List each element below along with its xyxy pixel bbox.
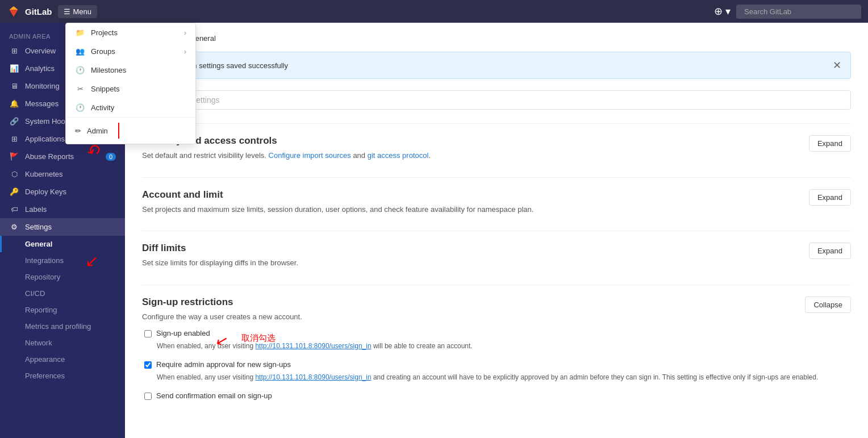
navbar: GitLab ☰ Menu ⊕ ▾ — [0, 0, 868, 23]
sidebar-sub-preferences[interactable]: Preferences — [0, 368, 125, 384]
dropdown-snippets-label: Snippets — [91, 85, 120, 93]
kubernetes-icon: ⬡ — [9, 170, 19, 178]
search-settings-container: 🔍 — [142, 90, 851, 110]
sidebar-settings-label: Settings — [25, 223, 52, 231]
sidebar-sub-integrations[interactable]: Integrations — [0, 252, 125, 269]
alert-message: Application settings saved successfully — [161, 61, 827, 70]
success-alert: ℹ Application settings saved successfull… — [142, 52, 851, 79]
dropdown-item-groups[interactable]: 👥 Groups › — [66, 42, 195, 61]
account-section-header: Account and limit Set projects and maxim… — [142, 189, 851, 215]
add-button[interactable]: ⊕ ▾ — [714, 5, 731, 18]
visibility-expand-button[interactable]: Expand — [809, 135, 851, 152]
visibility-section-desc: Set default and restrict visibility leve… — [142, 150, 431, 161]
diff-expand-button[interactable]: Expand — [809, 243, 851, 259]
system-hooks-icon: 🔗 — [9, 117, 19, 126]
search-input[interactable] — [736, 5, 861, 19]
signup-collapse-button[interactable]: Collapse — [805, 297, 851, 313]
red-line-indicator — [118, 123, 119, 139]
messages-icon: 🔔 — [9, 99, 19, 108]
menu-label: Menu — [73, 7, 92, 16]
analytics-icon: 📊 — [9, 64, 19, 73]
admin-area-label: Admin Area — [9, 33, 51, 40]
brand-name: GitLab — [25, 7, 52, 16]
signup-section: Sign-up restrictions Configure the way a… — [142, 285, 851, 421]
sidebar-item-settings[interactable]: ⚙ Settings — [0, 218, 125, 236]
dropdown-item-projects[interactable]: 📁 Projects › — [66, 23, 195, 42]
send-confirmation-group: Send confirmation email on sign-up — [142, 391, 851, 400]
red-text-annotation: 取消勾选 — [241, 333, 276, 344]
admin-icon: ✏ — [75, 127, 81, 135]
sidebar-sub-metrics[interactable]: Metrics and profiling — [0, 318, 125, 335]
visibility-section: Visibility and access controls Set defau… — [142, 123, 851, 177]
groups-icon: 👥 — [75, 47, 85, 56]
milestones-icon: 🕐 — [75, 66, 85, 74]
dropdown-item-milestones[interactable]: 🕐 Milestones — [66, 61, 195, 80]
sidebar-sub-network[interactable]: Network — [0, 335, 125, 351]
search-settings-input[interactable] — [165, 95, 842, 105]
sidebar-deploy-keys-label: Deploy Keys — [25, 187, 66, 196]
diff-section: Diff limits Set size limits for displayi… — [142, 231, 851, 285]
signup-section-header: Sign-up restrictions Configure the way a… — [142, 297, 851, 323]
breadcrumb: Admin Area › General — [142, 34, 851, 43]
sidebar-overview-label: Overview — [25, 47, 56, 55]
monitoring-icon: 🖥 — [9, 82, 19, 90]
sidebar-sub-reporting[interactable]: Reporting — [0, 302, 125, 318]
settings-icon: ⚙ — [9, 223, 19, 231]
require-admin-row: Require admin approval for new sign-ups — [144, 360, 851, 369]
brand: GitLab — [7, 5, 52, 18]
sidebar-analytics-label: Analytics — [25, 64, 55, 73]
hamburger-icon: ☰ — [64, 7, 70, 16]
sidebar-item-labels[interactable]: 🏷 Labels — [0, 201, 125, 218]
sidebar-sub-cicd[interactable]: CI/CD — [0, 285, 125, 302]
abuse-reports-icon: 🚩 — [9, 152, 19, 161]
signup-section-desc: Configure the way a user creates a new a… — [142, 311, 302, 323]
visibility-import-link[interactable]: Configure import sources — [269, 151, 351, 160]
signup-enabled-checkbox[interactable] — [144, 330, 152, 337]
signup-enabled-label: Sign-up enabled — [156, 329, 210, 337]
sidebar-abuse-reports-label: Abuse Reports — [25, 152, 74, 161]
nav-dropdown-menu: 📁 Projects › 👥 Groups › 🕐 Milestones ✂ S… — [65, 23, 196, 144]
sidebar-monitoring-label: Monitoring — [25, 82, 60, 90]
arrow-icon: › — [184, 28, 186, 37]
dropdown-item-snippets[interactable]: ✂ Snippets — [66, 80, 195, 98]
menu-button[interactable]: ☰ Menu — [58, 5, 98, 18]
deploy-keys-icon: 🔑 — [9, 187, 19, 196]
sidebar-sub-general[interactable]: General — [0, 236, 125, 252]
diff-section-header: Diff limits Set size limits for displayi… — [142, 243, 851, 269]
sidebar-kubernetes-label: Kubernetes — [25, 170, 63, 178]
sidebar-sub-appearance[interactable]: Appearance — [0, 351, 125, 368]
labels-icon: 🏷 — [9, 205, 19, 214]
send-confirmation-row: Send confirmation email on sign-up — [144, 391, 851, 400]
diff-section-info: Diff limits Set size limits for displayi… — [142, 243, 298, 269]
require-admin-group: Require admin approval for new sign-ups … — [142, 360, 851, 382]
visibility-git-link[interactable]: git access protocol — [368, 151, 429, 160]
sidebar-sub-repository[interactable]: Repository — [0, 269, 125, 285]
send-confirmation-checkbox[interactable] — [144, 393, 152, 400]
dropdown-activity-label: Activity — [91, 103, 114, 112]
gitlab-logo-icon — [7, 5, 20, 18]
alert-close-button[interactable]: ✕ — [833, 59, 841, 72]
diff-section-desc: Set size limits for displaying diffs in … — [142, 257, 298, 269]
signup-section-title: Sign-up restrictions — [142, 297, 302, 308]
sidebar-item-kubernetes[interactable]: ⬡ Kubernetes — [0, 165, 125, 183]
projects-icon: 📁 — [75, 28, 85, 37]
activity-icon: 🕐 — [75, 103, 85, 112]
sidebar-labels-label: Labels — [25, 205, 47, 214]
visibility-section-header: Visibility and access controls Set defau… — [142, 135, 851, 161]
dropdown-item-activity[interactable]: 🕐 Activity — [66, 98, 195, 117]
sidebar-item-abuse-reports[interactable]: 🚩 Abuse Reports 0 — [0, 148, 125, 165]
require-admin-url-link[interactable]: http://10.131.101.8:8090/users/sign_in — [255, 373, 371, 381]
sidebar-item-deploy-keys[interactable]: 🔑 Deploy Keys — [0, 183, 125, 201]
snippets-icon: ✂ — [75, 85, 85, 93]
arrow-icon-2: › — [184, 47, 186, 56]
signup-section-info: Sign-up restrictions Configure the way a… — [142, 297, 302, 323]
dropdown-admin-label: Admin — [87, 127, 108, 135]
overview-icon: ⊞ — [9, 47, 19, 55]
dropdown-item-admin[interactable]: ✏ Admin — [66, 118, 195, 144]
require-admin-checkbox[interactable] — [144, 361, 152, 369]
main-content: Admin Area › General ℹ Application setti… — [125, 23, 868, 438]
account-section: Account and limit Set projects and maxim… — [142, 177, 851, 231]
account-expand-button[interactable]: Expand — [809, 189, 851, 206]
require-admin-label: Require admin approval for new sign-ups — [156, 360, 291, 369]
account-section-info: Account and limit Set projects and maxim… — [142, 189, 533, 215]
